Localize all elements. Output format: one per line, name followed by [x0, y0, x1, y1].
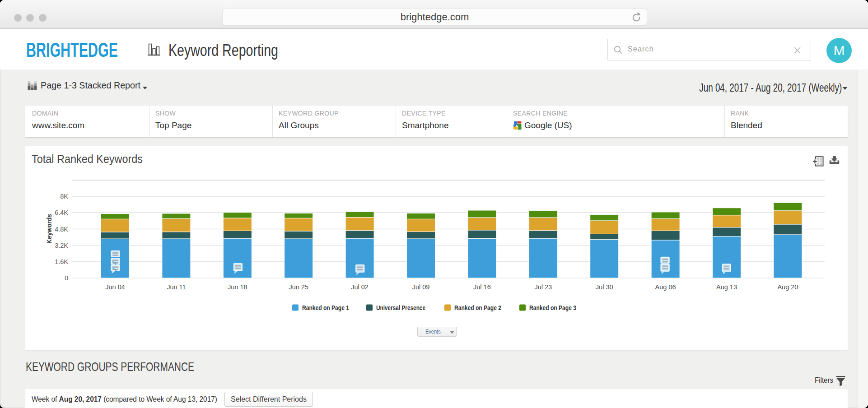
svg-text:Universal Presence: Universal Presence	[376, 304, 425, 311]
svg-text:Jul 23: Jul 23	[534, 283, 552, 291]
svg-text:3.2K: 3.2K	[55, 242, 68, 249]
svg-text:Ranked on Page 3: Ranked on Page 3	[529, 304, 576, 311]
svg-text:1.6K: 1.6K	[55, 258, 68, 265]
svg-text:Ranked on Page 1: Ranked on Page 1	[302, 304, 349, 311]
svg-text:Aug 20: Aug 20	[777, 283, 798, 291]
svg-text:Jul 30: Jul 30	[596, 283, 613, 291]
svg-text:Ranked on Page 2: Ranked on Page 2	[454, 304, 501, 311]
svg-text:Jun 04: Jun 04	[105, 283, 125, 291]
svg-text:Keywords: Keywords	[46, 214, 53, 244]
svg-text:Jul 09: Jul 09	[412, 283, 430, 291]
svg-text:Jun 25: Jun 25	[289, 283, 308, 291]
svg-text:Jun 11: Jun 11	[167, 283, 186, 291]
svg-text:Jul 16: Jul 16	[473, 283, 491, 291]
svg-text:Aug 13: Aug 13	[716, 283, 737, 291]
svg-text:4.8K: 4.8K	[55, 226, 68, 233]
svg-text:Aug 06: Aug 06	[655, 283, 676, 291]
svg-text:Jun 18: Jun 18	[228, 283, 247, 291]
svg-text:6.4K: 6.4K	[55, 209, 68, 216]
svg-text:8K: 8K	[60, 193, 68, 200]
svg-text:0: 0	[65, 274, 68, 282]
svg-text:Jul 02: Jul 02	[351, 283, 369, 291]
